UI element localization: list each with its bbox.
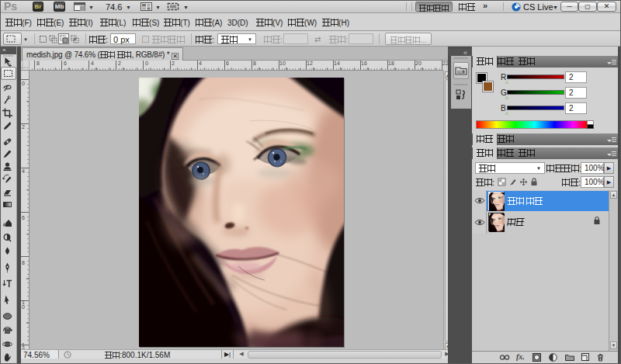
svg-text:Mb: Mb: [458, 70, 463, 74]
